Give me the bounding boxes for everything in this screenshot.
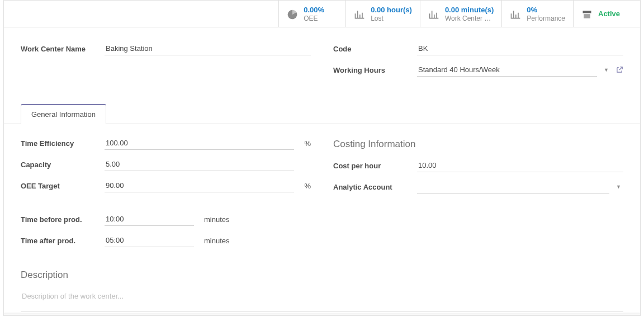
tab-bar: General Information [4, 103, 640, 124]
time-before-input[interactable] [105, 213, 194, 226]
form-sheet: 0.00% OEE 0.00 hour(s) Lost 0.00 minute(… [3, 0, 641, 316]
oee-value: 0.00% [304, 6, 324, 15]
time-after-label: Time after prod. [21, 237, 105, 245]
tab-content: Time Efficiency % Capacity % OEE Target [4, 124, 640, 315]
description-input[interactable] [21, 289, 623, 312]
time-after-unit: minutes [204, 237, 230, 245]
time-before-label: Time before prod. [21, 215, 105, 224]
oee-target-label: OEE Target [21, 182, 105, 190]
capacity-label: Capacity [21, 160, 105, 169]
archive-icon [581, 9, 593, 20]
working-hours-select[interactable] [417, 63, 597, 77]
time-efficiency-input[interactable] [105, 136, 294, 150]
analytic-account-select[interactable] [417, 180, 609, 193]
header-fields: Work Center Name Code Working Hours [4, 27, 640, 87]
name-label: Work Center Name [21, 45, 105, 53]
lost-stat-button[interactable]: 0.00 hour(s) Lost [345, 1, 420, 27]
active-stat-button[interactable]: Active [573, 1, 640, 27]
lost-value: 0.00 hour(s) [371, 6, 412, 15]
active-value: Active [598, 10, 620, 18]
bar-chart-icon [510, 9, 521, 20]
time-after-input[interactable] [105, 234, 194, 247]
performance-value: 0% [527, 6, 565, 15]
performance-label: Performance [527, 15, 565, 23]
tab-general-information[interactable]: General Information [21, 104, 106, 124]
time-efficiency-label: Time Efficiency [21, 139, 105, 148]
time-before-unit: minutes [204, 215, 230, 224]
name-input[interactable] [105, 42, 311, 55]
stat-button-bar: 0.00% OEE 0.00 hour(s) Lost 0.00 minute(… [4, 1, 640, 27]
svg-rect-1 [584, 14, 590, 18]
load-value: 0.00 minute(s) [445, 6, 494, 15]
cost-per-hour-label: Cost per hour [333, 162, 417, 170]
oee-target-input[interactable] [105, 179, 294, 192]
bar-chart-icon [354, 9, 365, 20]
working-hours-label: Working Hours [333, 66, 417, 74]
cost-per-hour-input[interactable] [417, 159, 623, 172]
load-stat-button[interactable]: 0.00 minute(s) Work Center … [420, 1, 501, 27]
oee-target-unit: % [304, 182, 311, 190]
chevron-down-icon[interactable]: ▼ [614, 184, 623, 190]
description-title: Description [21, 270, 623, 281]
svg-rect-0 [583, 11, 591, 13]
performance-stat-button[interactable]: 0% Performance [501, 1, 573, 27]
chevron-down-icon[interactable]: ▼ [602, 67, 611, 73]
time-efficiency-unit: % [304, 139, 311, 148]
external-link-icon[interactable] [615, 66, 623, 74]
oee-label: OEE [304, 15, 324, 23]
lost-label: Lost [371, 15, 412, 23]
capacity-input[interactable] [105, 158, 294, 171]
costing-title: Costing Information [333, 139, 623, 150]
oee-stat-button[interactable]: 0.00% OEE [278, 1, 345, 27]
code-label: Code [333, 45, 417, 53]
load-label: Work Center … [445, 15, 494, 23]
analytic-account-label: Analytic Account [333, 183, 417, 191]
code-input[interactable] [417, 42, 623, 55]
pie-chart-icon [287, 9, 298, 20]
bar-chart-icon [428, 9, 439, 20]
